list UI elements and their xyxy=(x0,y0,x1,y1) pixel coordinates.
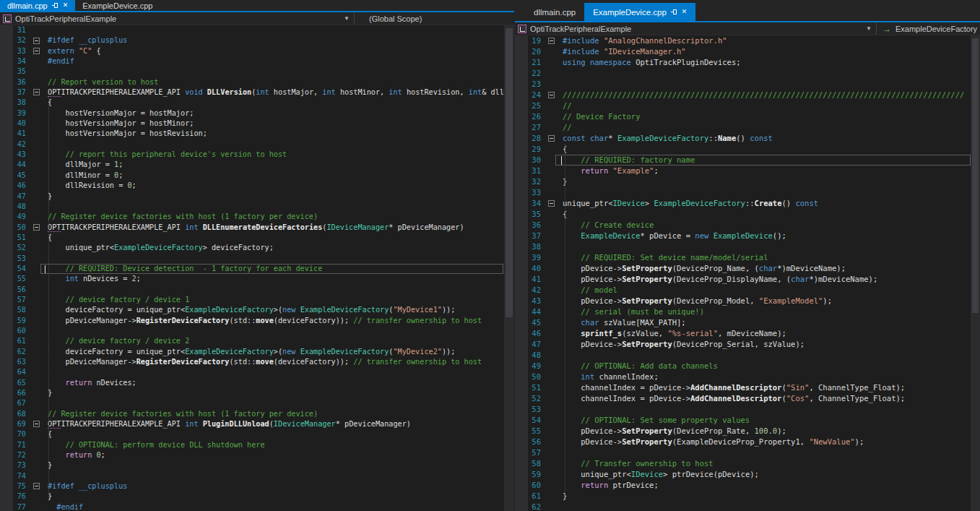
fold-marker[interactable] xyxy=(33,483,40,489)
line-number: 64 xyxy=(0,367,32,377)
code-line: 29{ xyxy=(515,144,980,155)
line-number: 72 xyxy=(0,450,32,460)
line-number: 62 xyxy=(515,502,547,511)
tab-exampledevice[interactable]: ExampleDevice.cpp ✕ xyxy=(584,3,695,21)
line-number: 60 xyxy=(515,480,547,491)
fold-marker[interactable] xyxy=(548,38,555,44)
line-number: 54 xyxy=(0,264,32,274)
code-line: 40 hostVersionMajor = hostMinor; xyxy=(0,119,514,129)
indent-guide xyxy=(565,144,565,497)
fold-marker[interactable] xyxy=(548,135,555,142)
code-line: 37 ExampleDevice* pDevice = new ExampleD… xyxy=(515,231,980,241)
line-number: 68 xyxy=(0,409,32,419)
line-number: 51 xyxy=(515,382,547,393)
line-number: 44 xyxy=(0,160,32,170)
code-line: 73} xyxy=(0,460,514,471)
fold-marker[interactable] xyxy=(548,200,555,207)
line-number: 50 xyxy=(515,372,547,382)
tab-dllmain[interactable]: dllmain.cpp xyxy=(525,3,584,21)
line-number: 52 xyxy=(0,243,32,253)
fold-marker[interactable] xyxy=(33,38,40,44)
right-vertical-scrollbar[interactable] xyxy=(971,35,980,511)
member-arrow-icon: → xyxy=(883,24,891,34)
tab-exampledevice[interactable]: ExampleDevice.cpp xyxy=(75,0,160,11)
member-dropdown[interactable]: (Global Scope) xyxy=(355,12,422,25)
member-label: ExampleDeviceFactory xyxy=(896,25,977,33)
line-number: 56 xyxy=(0,285,32,295)
line-number: 60 xyxy=(0,326,32,336)
line-number: 45 xyxy=(0,171,32,181)
code-line: 40 pDevice->SetProperty(DeviceProp_Name,… xyxy=(515,263,980,274)
line-number: 48 xyxy=(515,350,547,361)
code-line: 51{ xyxy=(0,233,514,243)
line-number: 36 xyxy=(0,77,32,87)
code-line: 39 hostVersionMajor = hostMajor; xyxy=(0,108,514,119)
fold-marker[interactable] xyxy=(33,48,40,54)
code-line: 63 pDeviceManager->RegisterDeviceFactory… xyxy=(0,357,514,367)
tab-label: ExampleDevice.cpp xyxy=(593,8,667,17)
code-line: 35 xyxy=(0,66,514,77)
project-scope-dropdown[interactable]: OptiTrackPeripheralExample ▼ xyxy=(515,22,876,35)
line-number: 42 xyxy=(515,285,547,296)
right-code-editor[interactable]: 19#include "AnalogChannelDescriptor.h"20… xyxy=(515,35,980,511)
class-icon xyxy=(3,14,12,23)
project-scope-dropdown[interactable]: OptiTrackPeripheralExample ▼ xyxy=(0,12,354,25)
code-line: 58 // Transfer ownership to host xyxy=(515,458,980,469)
line-number: 31 xyxy=(515,166,547,176)
code-line: 62 xyxy=(515,502,980,511)
code-line: 70{ xyxy=(0,429,514,439)
pin-icon[interactable] xyxy=(671,9,677,15)
code-line: 19#include "AnalogChannelDescriptor.h" xyxy=(515,35,980,46)
left-code-editor[interactable]: 3132#ifdef __cplusplus33extern "C" {34#e… xyxy=(0,25,514,511)
line-number: 43 xyxy=(515,296,547,306)
pin-icon[interactable] xyxy=(52,2,58,9)
code-line: 27// xyxy=(515,122,980,133)
member-dropdown[interactable]: → ExampleDeviceFactory xyxy=(877,22,977,35)
code-line: 49 // OPTIONAL: Add data channels xyxy=(515,361,980,372)
code-line: 53 xyxy=(515,404,980,415)
code-line: 55 int nDevices = 2; xyxy=(0,274,514,284)
scrollbar-thumb[interactable] xyxy=(506,28,513,317)
line-number: 41 xyxy=(515,274,547,285)
line-number: 39 xyxy=(0,108,32,119)
line-number: 61 xyxy=(0,336,32,346)
code-line: 57 // device factory / device 1 xyxy=(0,295,514,305)
tab-dllmain[interactable]: dllmain.cpp ✕ xyxy=(0,0,75,11)
line-number: 40 xyxy=(0,119,32,129)
line-number: 65 xyxy=(0,378,32,388)
code-line: 44 // serial (must be unique!) xyxy=(515,306,980,317)
line-number: 73 xyxy=(0,460,32,471)
text-cursor xyxy=(45,265,45,273)
line-number: 20 xyxy=(515,46,547,57)
close-icon[interactable]: ✕ xyxy=(682,9,688,15)
scrollbar-thumb[interactable] xyxy=(972,38,979,313)
fold-marker[interactable] xyxy=(548,92,555,98)
line-number: 48 xyxy=(0,202,32,212)
code-line: 36 // Create device xyxy=(515,220,980,231)
code-line: 37OPTITRACKPERIPHERALEXAMPLE_API void DL… xyxy=(0,87,514,98)
line-number: 67 xyxy=(0,398,32,408)
line-number: 61 xyxy=(515,491,547,502)
close-icon[interactable]: ✕ xyxy=(63,2,69,9)
code-line: 24//////////////////////////////////////… xyxy=(515,90,980,100)
fold-marker[interactable] xyxy=(33,421,40,427)
fold-marker[interactable] xyxy=(33,89,40,95)
line-number: 35 xyxy=(515,209,547,220)
fold-marker[interactable] xyxy=(33,224,40,231)
code-line: 75#ifdef __cplusplus xyxy=(0,481,514,491)
line-number: 34 xyxy=(515,198,547,209)
code-line: 34#endif xyxy=(0,56,514,66)
code-line: 34unique_ptr<IDevice> ExampleDeviceFacto… xyxy=(515,198,980,209)
line-number: 46 xyxy=(0,181,32,191)
code-line: 48 xyxy=(515,350,980,361)
code-line: 23 xyxy=(515,79,980,90)
line-number: 27 xyxy=(515,122,547,133)
code-line: 52 unique_ptr<ExampleDeviceFactory> devi… xyxy=(0,243,514,253)
code-line: 58 deviceFactory = unique_ptr<ExampleDev… xyxy=(0,305,514,315)
line-number: 33 xyxy=(0,46,32,56)
right-tab-strip: dllmain.cpp ExampleDevice.cpp ✕ xyxy=(515,0,980,22)
line-number: 24 xyxy=(515,90,547,100)
code-line: 54 // REQUIRED: Device detection - 1 fac… xyxy=(0,264,514,274)
code-line: 38{ xyxy=(0,98,514,108)
left-vertical-scrollbar[interactable] xyxy=(504,25,514,511)
